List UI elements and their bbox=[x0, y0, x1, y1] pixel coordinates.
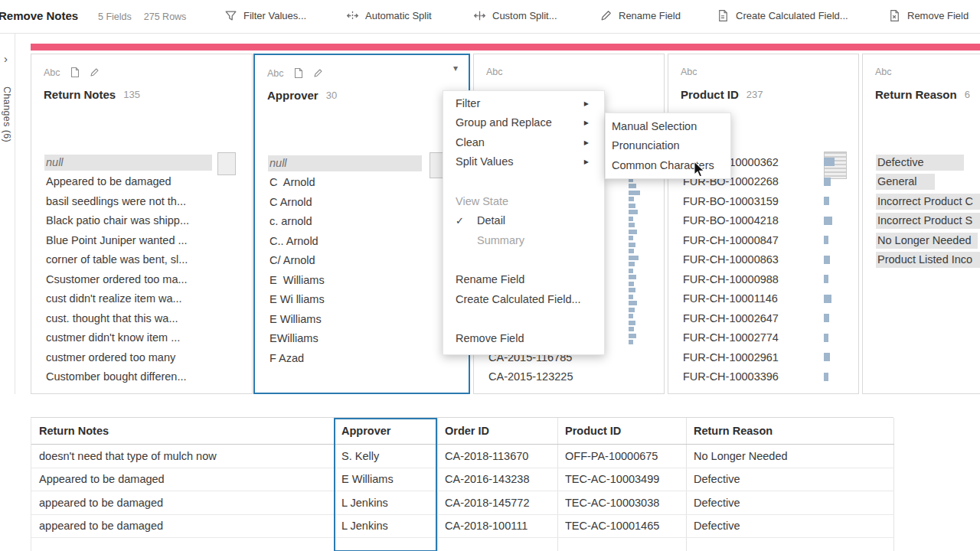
field-value-row[interactable]: C.. Arnold bbox=[255, 231, 469, 251]
grid-cell[interactable]: Appeared to be damaged bbox=[31, 468, 334, 491]
grid-cell[interactable]: L Jenkins bbox=[334, 515, 437, 538]
field-value-row[interactable]: FUR-CH-10003396 bbox=[668, 367, 858, 387]
field-value-row[interactable]: Customber bought differen... bbox=[31, 367, 252, 387]
profile-card-product-id[interactable]: AbcProduct ID237FUR-BO-10000362FUR-BO-10… bbox=[668, 54, 859, 394]
toolbar-button-rename-field[interactable]: Rename Field bbox=[599, 9, 681, 22]
field-value-row[interactable]: E Williams bbox=[255, 270, 469, 290]
field-value-row[interactable]: C Arnold bbox=[255, 173, 469, 193]
field-value-row[interactable]: C Arnold bbox=[255, 192, 469, 212]
expand-chevron-icon[interactable]: › bbox=[0, 34, 15, 65]
grid-cell[interactable]: appeared to be damaged bbox=[31, 491, 334, 514]
grid-cell[interactable]: appeared to be damaged bbox=[31, 515, 334, 538]
field-value-row[interactable]: Incorrect Product C bbox=[863, 191, 980, 211]
submenu-item-manual-selection[interactable]: Manual Selection bbox=[606, 116, 730, 136]
toolbar-button-custom-split[interactable]: Custom Split... bbox=[473, 9, 557, 22]
field-value-row[interactable]: null bbox=[31, 152, 252, 172]
changes-tab[interactable]: Changes (6) bbox=[2, 86, 12, 142]
field-value-row[interactable]: FUR-CH-10000863 bbox=[668, 250, 858, 270]
menu-item-remove-field[interactable]: Remove Field bbox=[443, 329, 604, 349]
grid-cell[interactable]: doesn't need that type of mulch now bbox=[31, 445, 334, 468]
field-value-row[interactable]: CA-2015-123225 bbox=[474, 367, 664, 387]
file-icon[interactable] bbox=[293, 67, 304, 79]
field-value-row[interactable]: cust didn't realize item wa... bbox=[31, 289, 252, 309]
menu-item-group-and-replace[interactable]: Group and Replace▶ bbox=[443, 113, 604, 133]
menu-item-detail[interactable]: ✓Detail bbox=[443, 211, 604, 231]
field-value-row[interactable]: Product Listed Inco bbox=[863, 250, 980, 270]
field-value-row[interactable]: General bbox=[863, 172, 980, 192]
field-value-row[interactable]: c. arnold bbox=[255, 212, 469, 232]
menu-item-rename-field[interactable]: Rename Field bbox=[443, 270, 604, 290]
menu-item-summary[interactable]: Summary bbox=[443, 230, 604, 250]
grid-cell[interactable]: OFF-PA-10000675 bbox=[557, 445, 686, 468]
field-value-row[interactable]: C/ Arnold bbox=[255, 251, 469, 271]
field-value-row[interactable]: basil seedlings were not th... bbox=[31, 191, 252, 211]
field-value-row[interactable]: E Wi lliams bbox=[255, 290, 469, 310]
filter-icon bbox=[224, 9, 237, 22]
field-value-row[interactable]: FUR-CH-10001146 bbox=[668, 289, 858, 309]
value-text: Appeared to be damaged bbox=[44, 175, 172, 187]
file-icon[interactable] bbox=[70, 67, 80, 78]
toolbar-button-automatic-split[interactable]: Automatic Split bbox=[346, 9, 432, 22]
grid-header-order-id[interactable]: Order ID bbox=[437, 418, 557, 444]
value-text: FUR-CH-10002961 bbox=[681, 351, 779, 364]
rename-icon bbox=[599, 9, 612, 22]
field-menu-caret-icon[interactable]: ▾ bbox=[453, 63, 458, 73]
edit-pencil-icon[interactable] bbox=[313, 67, 324, 79]
submenu-item-pronunciation[interactable]: Pronunciation bbox=[606, 136, 730, 156]
menu-item-filter[interactable]: Filter▶ bbox=[443, 93, 604, 113]
toolbar-button-create-calculated-field[interactable]: Create Calculated Field... bbox=[717, 9, 848, 22]
field-value-row[interactable]: F Azad bbox=[255, 348, 469, 368]
grid-header-approver[interactable]: Approver bbox=[334, 418, 437, 444]
menu-item-clean[interactable]: Clean▶ bbox=[443, 132, 604, 152]
profile-card-approver[interactable]: Abc▾Approver30▾nullC ArnoldC Arnoldc. ar… bbox=[253, 54, 470, 394]
field-value-row[interactable]: null bbox=[255, 153, 469, 173]
field-value-row[interactable]: FUR-BO-10004218 bbox=[668, 211, 858, 231]
grid-cell[interactable]: L Jenkins bbox=[334, 491, 437, 514]
field-value-row[interactable]: FUR-CH-10002647 bbox=[668, 308, 858, 328]
field-value-row[interactable]: Blue Point Juniper wanted ... bbox=[31, 230, 252, 250]
toolbar-button-filter-values[interactable]: Filter Values... bbox=[224, 9, 306, 22]
grid-cell[interactable]: No Longer Needed bbox=[686, 445, 894, 468]
field-value-row[interactable]: FUR-CH-10002961 bbox=[668, 347, 858, 367]
grid-cell[interactable]: TEC-AC-10001465 bbox=[557, 515, 686, 538]
edit-pencil-icon[interactable] bbox=[90, 67, 100, 78]
value-text: Defective bbox=[876, 156, 923, 168]
field-value-row[interactable]: Csustomer ordered too ma... bbox=[31, 269, 252, 289]
grid-cell[interactable]: TEC-AC-10003038 bbox=[557, 491, 686, 514]
menu-item-create-calculated-field[interactable]: Create Calculated Field... bbox=[443, 289, 604, 309]
profile-card-return-notes[interactable]: AbcReturn Notes135nullAppeared to be dam… bbox=[31, 54, 253, 394]
toolbar-button-remove-field[interactable]: Remove Field bbox=[888, 9, 969, 22]
grid-cell[interactable]: TEC-AC-10003499 bbox=[557, 468, 686, 491]
profile-card-return-reason[interactable]: AbcReturn Reason6DefectiveGeneralIncorre… bbox=[862, 54, 980, 394]
field-value-row[interactable]: Defective bbox=[863, 152, 980, 172]
grid-cell[interactable]: Defective bbox=[686, 515, 894, 538]
grid-cell[interactable]: CA-2018-113670 bbox=[437, 445, 557, 468]
grid-cell[interactable]: Defective bbox=[686, 468, 894, 491]
field-value-row[interactable]: Black patio chair was shipp... bbox=[31, 211, 252, 231]
field-value-row[interactable]: custmer didn't know item ... bbox=[31, 328, 252, 348]
field-value-row[interactable]: corner of table was bent, sl... bbox=[31, 250, 252, 270]
field-value-row[interactable]: E Williams bbox=[255, 309, 469, 329]
grid-cell[interactable]: E Williams bbox=[334, 468, 437, 491]
field-value-row[interactable]: FUR-CH-10002774 bbox=[668, 328, 858, 348]
field-value-row[interactable]: custmer ordered too many bbox=[31, 347, 252, 367]
submenu-item-common-characters[interactable]: Common Characters bbox=[606, 155, 730, 175]
field-value-row[interactable]: Appeared to be damaged bbox=[31, 172, 252, 192]
grid-header-product-id[interactable]: Product ID bbox=[557, 418, 686, 444]
field-value-row[interactable]: cust. thought that this wa... bbox=[31, 308, 252, 328]
grid-cell[interactable]: Defective bbox=[686, 491, 894, 514]
grid-cell[interactable]: CA-2018-145772 bbox=[437, 491, 557, 514]
field-value-row[interactable]: No Longer Needed bbox=[863, 230, 980, 250]
grid-header-return-notes[interactable]: Return Notes bbox=[31, 418, 334, 444]
field-value-row[interactable]: EWilliams bbox=[255, 329, 469, 349]
menu-item-split-values[interactable]: Split Values▶ bbox=[443, 152, 604, 172]
field-value-row[interactable]: Incorrect Product S bbox=[863, 211, 980, 231]
menu-item-label: Group and Replace bbox=[456, 116, 552, 129]
field-value-row[interactable]: FUR-CH-10000988 bbox=[668, 269, 858, 289]
grid-cell[interactable]: CA-2016-143238 bbox=[437, 468, 557, 491]
grid-cell[interactable]: S. Kelly bbox=[334, 445, 437, 468]
grid-cell[interactable]: CA-2018-100111 bbox=[437, 515, 557, 538]
field-value-row[interactable]: FUR-CH-10000847 bbox=[668, 230, 858, 250]
grid-header-return-reason[interactable]: Return Reason bbox=[686, 418, 894, 444]
field-value-row[interactable]: FUR-BO-10003159 bbox=[668, 191, 858, 211]
